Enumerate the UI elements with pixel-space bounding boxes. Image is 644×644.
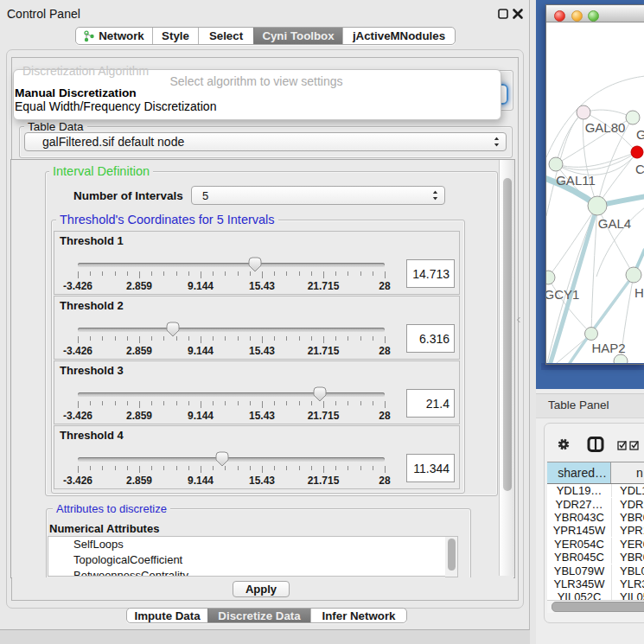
svg-text:GAL11: GAL11 — [556, 173, 596, 188]
svg-text:HIS4: HIS4 — [634, 285, 644, 300]
svg-text:GCY1: GCY1 — [546, 287, 579, 302]
svg-text:GAL80: GAL80 — [585, 120, 626, 135]
svg-text:GAL3: GAL3 — [636, 127, 644, 142]
svg-text:GAL4: GAL4 — [598, 216, 631, 231]
svg-text:HAP2: HAP2 — [591, 341, 625, 355]
svg-text:CDC1: CDC1 — [635, 162, 644, 176]
